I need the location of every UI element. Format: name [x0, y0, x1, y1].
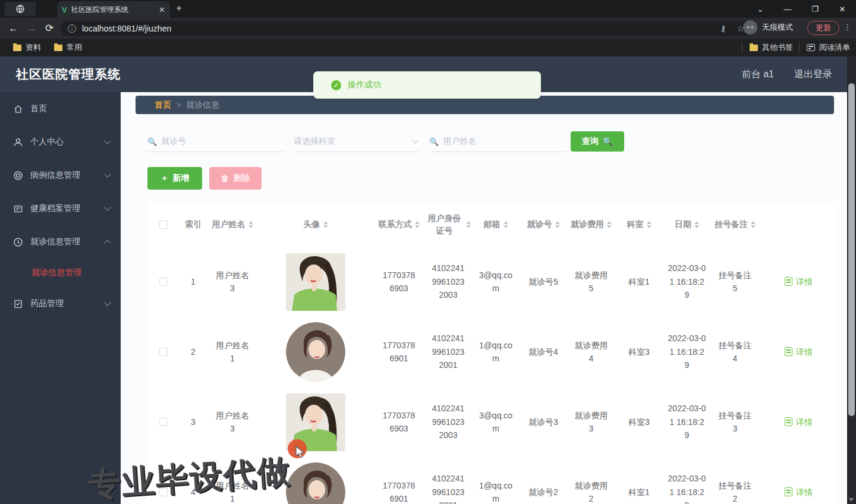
sort-icon[interactable] — [751, 221, 756, 228]
col-avatar[interactable]: 头像 — [258, 218, 373, 231]
query-button[interactable]: 查询 🔍 — [571, 131, 624, 152]
sidebar-item-visit[interactable]: 就诊信息管理 — [0, 225, 121, 259]
sort-icon[interactable] — [694, 221, 699, 228]
sidebar-item-case[interactable]: 病例信息管理 — [0, 159, 121, 192]
col-idcard[interactable]: 用户身份证号 — [424, 212, 472, 237]
sort-icon[interactable] — [647, 221, 652, 228]
frontend-link[interactable]: 前台 a1 — [742, 68, 774, 81]
col-date[interactable]: 日期 — [663, 218, 711, 231]
col-name[interactable]: 用户姓名 — [207, 218, 258, 231]
sort-icon[interactable] — [555, 221, 560, 228]
user-name-input[interactable]: 🔍 用户姓名 — [429, 131, 566, 152]
restore-button[interactable]: ❐ — [801, 5, 829, 14]
site-info-icon[interactable]: i — [68, 24, 76, 33]
password-key-icon[interactable]: ⚷ — [720, 24, 726, 33]
url-text[interactable]: localhost:8081/#/jiuzhen — [82, 24, 709, 33]
detail-link[interactable]: 详情 — [785, 345, 813, 358]
sort-icon[interactable] — [415, 221, 420, 228]
sort-icon[interactable] — [248, 221, 253, 228]
reload-icon[interactable]: ⟳ — [45, 22, 54, 34]
cell-index: 2 — [180, 345, 207, 358]
add-button-label: 新增 — [173, 173, 190, 184]
minimize-button[interactable]: — — [774, 5, 801, 14]
col-note[interactable]: 挂号备注 — [711, 218, 759, 231]
cell-date: 2022-03-01 16:18:29 — [663, 332, 711, 371]
sort-icon[interactable] — [323, 221, 328, 228]
bookmark-folder-1[interactable]: 资料 — [13, 42, 41, 53]
home-icon — [13, 104, 23, 114]
table-row[interactable]: 2 用户姓名1 17703786901 410224199610232001 1… — [147, 317, 838, 387]
delete-button[interactable]: 🗑 删除 — [209, 167, 262, 190]
update-button[interactable]: 更新 — [807, 21, 839, 35]
page-scrollbar[interactable] — [847, 56, 856, 504]
avatar — [286, 253, 345, 311]
breadcrumb-separator: > — [177, 101, 181, 109]
sort-icon[interactable] — [503, 221, 508, 228]
detail-link[interactable]: 详情 — [785, 415, 813, 429]
close-button[interactable]: ✕ — [829, 5, 856, 14]
sidebar: 首页 个人中心 病例信息管理 健康档案管理 就诊信息管理 就诊信息管理 药品管理 — [0, 92, 121, 504]
bookmark-folder-2[interactable]: 常用 — [54, 42, 82, 53]
browser-toolbar: ← → ⟳ i localhost:8081/#/jiuzhen ⚷ ☆ 👓 无… — [0, 18, 856, 39]
logout-link[interactable]: 退出登录 — [794, 68, 832, 81]
breadcrumb-home[interactable]: 首页 — [155, 100, 171, 111]
detail-link[interactable]: 详情 — [785, 275, 813, 288]
vue-favicon: V — [62, 5, 67, 14]
scrollbar-down-arrow[interactable] — [849, 498, 854, 502]
cell-date: 2022-03-01 16:18:29 — [663, 472, 711, 504]
reading-list[interactable]: 阅读清单 — [807, 42, 850, 53]
trash-icon: 🗑 — [221, 174, 229, 183]
sidebar-item-label: 病例信息管理 — [30, 170, 105, 181]
col-fee[interactable]: 就诊费用 — [567, 218, 615, 231]
col-phone[interactable]: 联系方式 — [373, 218, 424, 231]
cell-index: 1 — [180, 275, 207, 288]
table-row[interactable]: 1 用户姓名3 17703786903 410224199610232003 3… — [147, 247, 838, 317]
sort-icon[interactable] — [607, 221, 612, 228]
address-bar[interactable]: i localhost:8081/#/jiuzhen ⚷ ☆ — [61, 21, 751, 36]
cell-name: 用户姓名3 — [207, 269, 258, 295]
col-email[interactable]: 邮箱 — [472, 218, 520, 231]
screen: V 社区医院管理系统 ✕ + ⌄ — ❐ ✕ ← → ⟳ i localhost… — [0, 0, 856, 504]
select-all-checkbox[interactable] — [159, 220, 168, 229]
detail-link[interactable]: 详情 — [785, 486, 813, 499]
browser-menu-icon[interactable]: ⋮ — [844, 23, 851, 32]
add-button[interactable]: ＋ 新增 — [147, 167, 202, 190]
incognito-icon: 👓 — [743, 20, 757, 34]
cell-idcard: 410224199610232003 — [424, 262, 472, 301]
col-visitno[interactable]: 就诊号 — [520, 218, 567, 231]
sidebar-item-profile[interactable]: 个人中心 — [0, 125, 121, 159]
forward-icon[interactable]: → — [27, 23, 37, 34]
sidebar-item-medicine[interactable]: 药品管理 — [0, 287, 121, 320]
department-select[interactable]: 请选择科室 — [294, 131, 420, 152]
visit-no-input[interactable]: 🔍 就诊号 — [147, 131, 284, 152]
row-checkbox[interactable] — [159, 348, 168, 356]
input-placeholder: 用户姓名 — [443, 136, 476, 147]
other-bookmarks[interactable]: 其他书签 — [750, 42, 793, 53]
browser-logo[interactable] — [5, 2, 36, 16]
search-icon: 🔍 — [603, 137, 613, 146]
tab-close-icon[interactable]: ✕ — [159, 5, 165, 14]
scrollbar-thumb[interactable] — [848, 83, 855, 416]
back-icon[interactable]: ← — [8, 23, 18, 34]
browser-tab[interactable]: V 社区医院管理系统 ✕ — [57, 1, 170, 18]
col-index[interactable]: 索引 — [180, 218, 207, 231]
chevron-down-icon — [104, 171, 111, 177]
table-row[interactable]: 3 用户姓名3 17703786903 410224199610232003 3… — [147, 387, 838, 457]
input-placeholder: 就诊号 — [161, 136, 186, 147]
cell-note: 挂号备注4 — [711, 339, 759, 366]
delete-button-label: 删除 — [234, 173, 250, 184]
tab-search-icon[interactable]: ⌄ — [747, 5, 774, 14]
row-checkbox[interactable] — [159, 418, 168, 426]
sidebar-item-health[interactable]: 健康档案管理 — [0, 192, 121, 225]
sidebar-item-home[interactable]: 首页 — [0, 92, 121, 125]
bookmarks-bar-right: 其他书签 阅读清单 — [742, 39, 850, 56]
row-checkbox[interactable] — [159, 278, 168, 286]
user-icon — [13, 137, 23, 147]
sidebar-subitem-visit-info[interactable]: 就诊信息管理 — [0, 259, 121, 287]
new-tab-button[interactable]: + — [176, 2, 182, 14]
sort-icon[interactable] — [466, 221, 471, 228]
detail-icon — [785, 487, 792, 496]
success-check-icon: ✓ — [331, 80, 341, 90]
document-icon — [13, 204, 23, 214]
col-dept[interactable]: 科室 — [615, 218, 663, 231]
